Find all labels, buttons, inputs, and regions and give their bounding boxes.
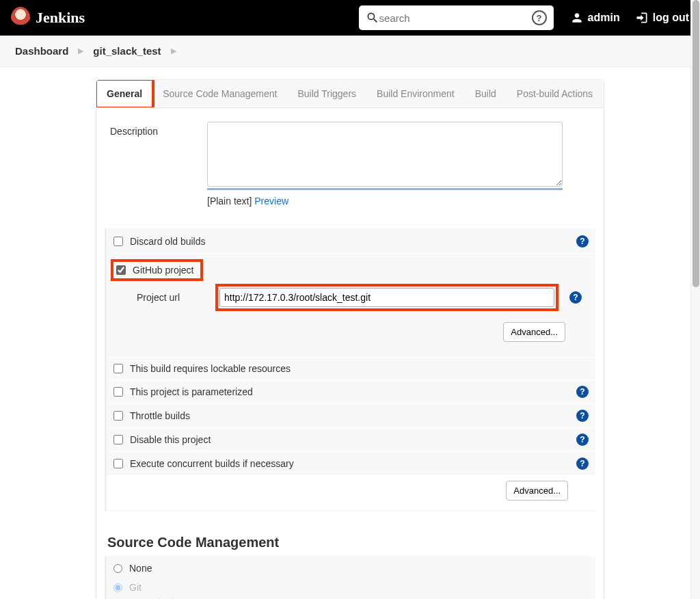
concurrent-label: Execute concurrent builds if necessary <box>130 458 576 469</box>
option-github-project: GitHub project Project url ? Advanced... <box>107 253 595 357</box>
help-icon[interactable]: ? <box>576 235 589 248</box>
concurrent-checkbox[interactable] <box>113 459 123 468</box>
tab-triggers[interactable]: Build Triggers <box>287 80 366 107</box>
logout-label: log out <box>653 12 689 24</box>
tab-env[interactable]: Build Environment <box>366 80 465 107</box>
scm-git-radio[interactable] <box>113 583 122 592</box>
scm-options: None Git Repositories <box>105 556 595 599</box>
user-name: admin <box>588 12 620 24</box>
help-icon[interactable]: ? <box>576 434 589 446</box>
discard-checkbox[interactable] <box>113 237 123 246</box>
tab-general[interactable]: General <box>96 80 152 107</box>
plaintext-label: [Plain text] <box>207 196 252 207</box>
general-options: Discard old builds ? GitHub project Proj… <box>105 228 595 511</box>
breadcrumb-project[interactable]: git_slack_test <box>93 45 161 57</box>
option-lockable: This build requires lockable resources <box>107 357 595 380</box>
logout-icon <box>635 11 649 25</box>
lockable-checkbox[interactable] <box>113 364 123 373</box>
search-box[interactable]: ? <box>359 5 554 30</box>
option-throttle: Throttle builds ? <box>107 403 595 427</box>
project-url-label: Project url <box>137 292 215 303</box>
scm-git-row: Git <box>113 578 595 597</box>
scm-none-radio[interactable] <box>113 564 122 573</box>
disable-label: Disable this project <box>130 434 576 445</box>
breadcrumb: Dashboard ▶ git_slack_test ▶ <box>0 36 700 67</box>
scm-git-label: Git <box>129 582 142 593</box>
breadcrumb-dashboard[interactable]: Dashboard <box>15 45 68 57</box>
tab-post[interactable]: Post-build Actions <box>507 80 603 107</box>
scm-none-row: None <box>113 559 595 578</box>
option-concurrent: Execute concurrent builds if necessary ? <box>107 451 595 475</box>
parameterized-checkbox[interactable] <box>113 387 123 397</box>
user-link[interactable]: admin <box>570 11 620 25</box>
option-disable: Disable this project ? <box>107 427 595 451</box>
brand-name: Jenkins <box>36 9 85 27</box>
throttle-checkbox[interactable] <box>113 411 123 421</box>
search-icon <box>366 11 379 25</box>
person-icon <box>570 11 584 25</box>
help-icon[interactable]: ? <box>576 386 589 398</box>
disable-checkbox[interactable] <box>113 435 123 444</box>
help-icon[interactable]: ? <box>569 291 582 304</box>
help-icon[interactable]: ? <box>576 457 589 470</box>
chevron-right-icon: ▶ <box>171 46 176 55</box>
header-bar: Jenkins ? admin log out <box>0 0 700 36</box>
advanced-button[interactable]: Advanced... <box>503 322 565 342</box>
help-icon[interactable]: ? <box>532 10 547 25</box>
preview-link[interactable]: Preview <box>254 196 288 207</box>
scm-heading: Source Code Management <box>107 535 595 550</box>
brand[interactable]: Jenkins <box>11 7 85 29</box>
config-tabs: General Source Code Management Build Tri… <box>96 79 604 108</box>
throttle-label: Throttle builds <box>130 410 576 421</box>
help-icon[interactable]: ? <box>576 410 589 422</box>
logout-link[interactable]: log out <box>635 11 689 25</box>
scm-none-label: None <box>129 563 152 574</box>
search-input[interactable] <box>379 12 532 24</box>
github-project-label: GitHub project <box>133 265 193 276</box>
description-input[interactable] <box>207 122 563 187</box>
project-url-input[interactable] <box>219 288 554 307</box>
lockable-label: This build requires lockable resources <box>130 363 593 374</box>
scrollbar[interactable] <box>690 0 700 599</box>
description-label: Description <box>105 122 207 137</box>
main-content: General Source Code Management Build Tri… <box>0 67 700 599</box>
tab-build[interactable]: Build <box>465 80 507 107</box>
chevron-right-icon: ▶ <box>78 46 83 55</box>
option-parameterized: This project is parameterized ? <box>107 380 595 403</box>
advanced-button[interactable]: Advanced... <box>506 481 568 501</box>
discard-label: Discard old builds <box>130 236 576 247</box>
jenkins-logo-icon <box>11 7 30 29</box>
general-panel: Description [Plain text] Preview Discard… <box>96 108 604 599</box>
tab-scm[interactable]: Source Code Management <box>152 80 287 107</box>
scrollbar-thumb[interactable] <box>692 0 699 287</box>
github-project-checkbox[interactable] <box>116 265 126 275</box>
parameterized-label: This project is parameterized <box>130 386 576 397</box>
option-discard: Discard old builds ? <box>107 230 595 253</box>
